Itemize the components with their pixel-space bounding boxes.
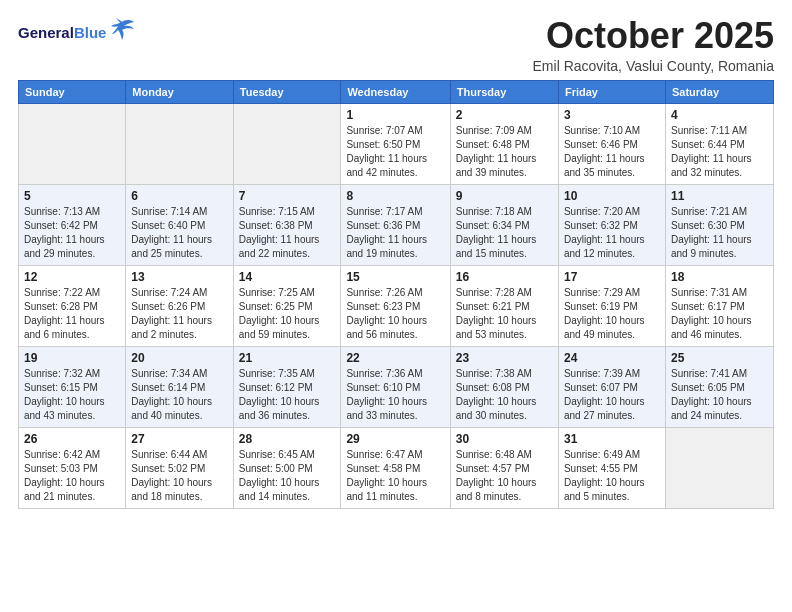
calendar-cell: 25Sunrise: 7:41 AM Sunset: 6:05 PM Dayli… — [665, 346, 773, 427]
calendar-cell: 3Sunrise: 7:10 AM Sunset: 6:46 PM Daylig… — [558, 103, 665, 184]
day-info: Sunrise: 7:31 AM Sunset: 6:17 PM Dayligh… — [671, 286, 768, 342]
day-number: 21 — [239, 351, 336, 365]
day-info: Sunrise: 6:47 AM Sunset: 4:58 PM Dayligh… — [346, 448, 444, 504]
calendar-cell: 15Sunrise: 7:26 AM Sunset: 6:23 PM Dayli… — [341, 265, 450, 346]
day-number: 16 — [456, 270, 553, 284]
day-number: 8 — [346, 189, 444, 203]
calendar-cell: 26Sunrise: 6:42 AM Sunset: 5:03 PM Dayli… — [19, 427, 126, 508]
col-monday: Monday — [126, 80, 233, 103]
day-number: 28 — [239, 432, 336, 446]
calendar-cell: 17Sunrise: 7:29 AM Sunset: 6:19 PM Dayli… — [558, 265, 665, 346]
day-info: Sunrise: 7:26 AM Sunset: 6:23 PM Dayligh… — [346, 286, 444, 342]
day-info: Sunrise: 7:17 AM Sunset: 6:36 PM Dayligh… — [346, 205, 444, 261]
calendar-cell: 5Sunrise: 7:13 AM Sunset: 6:42 PM Daylig… — [19, 184, 126, 265]
header: GeneralBlue October 2025 Emil Racovita, … — [18, 16, 774, 74]
day-number: 26 — [24, 432, 120, 446]
calendar-cell: 18Sunrise: 7:31 AM Sunset: 6:17 PM Dayli… — [665, 265, 773, 346]
calendar-cell: 8Sunrise: 7:17 AM Sunset: 6:36 PM Daylig… — [341, 184, 450, 265]
day-number: 10 — [564, 189, 660, 203]
calendar-cell — [126, 103, 233, 184]
calendar-cell: 10Sunrise: 7:20 AM Sunset: 6:32 PM Dayli… — [558, 184, 665, 265]
col-wednesday: Wednesday — [341, 80, 450, 103]
day-info: Sunrise: 7:36 AM Sunset: 6:10 PM Dayligh… — [346, 367, 444, 423]
calendar-week-row: 12Sunrise: 7:22 AM Sunset: 6:28 PM Dayli… — [19, 265, 774, 346]
day-info: Sunrise: 7:07 AM Sunset: 6:50 PM Dayligh… — [346, 124, 444, 180]
logo-text: GeneralBlue — [18, 25, 106, 42]
calendar-week-row: 26Sunrise: 6:42 AM Sunset: 5:03 PM Dayli… — [19, 427, 774, 508]
day-info: Sunrise: 7:32 AM Sunset: 6:15 PM Dayligh… — [24, 367, 120, 423]
day-number: 12 — [24, 270, 120, 284]
calendar-cell: 9Sunrise: 7:18 AM Sunset: 6:34 PM Daylig… — [450, 184, 558, 265]
calendar-cell — [19, 103, 126, 184]
calendar-week-row: 5Sunrise: 7:13 AM Sunset: 6:42 PM Daylig… — [19, 184, 774, 265]
day-info: Sunrise: 6:42 AM Sunset: 5:03 PM Dayligh… — [24, 448, 120, 504]
day-number: 17 — [564, 270, 660, 284]
calendar-cell: 1Sunrise: 7:07 AM Sunset: 6:50 PM Daylig… — [341, 103, 450, 184]
calendar-cell: 13Sunrise: 7:24 AM Sunset: 6:26 PM Dayli… — [126, 265, 233, 346]
day-number: 30 — [456, 432, 553, 446]
day-number: 4 — [671, 108, 768, 122]
day-info: Sunrise: 7:29 AM Sunset: 6:19 PM Dayligh… — [564, 286, 660, 342]
calendar-cell: 7Sunrise: 7:15 AM Sunset: 6:38 PM Daylig… — [233, 184, 341, 265]
logo-bird-icon — [108, 16, 136, 50]
day-info: Sunrise: 7:11 AM Sunset: 6:44 PM Dayligh… — [671, 124, 768, 180]
day-number: 24 — [564, 351, 660, 365]
day-info: Sunrise: 7:35 AM Sunset: 6:12 PM Dayligh… — [239, 367, 336, 423]
day-info: Sunrise: 7:20 AM Sunset: 6:32 PM Dayligh… — [564, 205, 660, 261]
day-number: 1 — [346, 108, 444, 122]
calendar-cell: 19Sunrise: 7:32 AM Sunset: 6:15 PM Dayli… — [19, 346, 126, 427]
day-number: 3 — [564, 108, 660, 122]
calendar-cell: 20Sunrise: 7:34 AM Sunset: 6:14 PM Dayli… — [126, 346, 233, 427]
day-info: Sunrise: 7:18 AM Sunset: 6:34 PM Dayligh… — [456, 205, 553, 261]
day-info: Sunrise: 6:45 AM Sunset: 5:00 PM Dayligh… — [239, 448, 336, 504]
location-subtitle: Emil Racovita, Vaslui County, Romania — [533, 58, 774, 74]
day-info: Sunrise: 7:38 AM Sunset: 6:08 PM Dayligh… — [456, 367, 553, 423]
day-number: 15 — [346, 270, 444, 284]
day-number: 23 — [456, 351, 553, 365]
day-info: Sunrise: 7:13 AM Sunset: 6:42 PM Dayligh… — [24, 205, 120, 261]
day-info: Sunrise: 7:28 AM Sunset: 6:21 PM Dayligh… — [456, 286, 553, 342]
day-info: Sunrise: 6:44 AM Sunset: 5:02 PM Dayligh… — [131, 448, 227, 504]
calendar-cell: 6Sunrise: 7:14 AM Sunset: 6:40 PM Daylig… — [126, 184, 233, 265]
calendar-cell: 24Sunrise: 7:39 AM Sunset: 6:07 PM Dayli… — [558, 346, 665, 427]
calendar-cell: 23Sunrise: 7:38 AM Sunset: 6:08 PM Dayli… — [450, 346, 558, 427]
day-info: Sunrise: 7:25 AM Sunset: 6:25 PM Dayligh… — [239, 286, 336, 342]
col-tuesday: Tuesday — [233, 80, 341, 103]
calendar-cell: 27Sunrise: 6:44 AM Sunset: 5:02 PM Dayli… — [126, 427, 233, 508]
calendar-cell: 16Sunrise: 7:28 AM Sunset: 6:21 PM Dayli… — [450, 265, 558, 346]
day-info: Sunrise: 7:22 AM Sunset: 6:28 PM Dayligh… — [24, 286, 120, 342]
day-number: 22 — [346, 351, 444, 365]
calendar-cell: 11Sunrise: 7:21 AM Sunset: 6:30 PM Dayli… — [665, 184, 773, 265]
day-info: Sunrise: 7:41 AM Sunset: 6:05 PM Dayligh… — [671, 367, 768, 423]
title-section: October 2025 Emil Racovita, Vaslui Count… — [533, 16, 774, 74]
calendar-cell: 22Sunrise: 7:36 AM Sunset: 6:10 PM Dayli… — [341, 346, 450, 427]
logo: GeneralBlue — [18, 16, 136, 50]
calendar-cell: 28Sunrise: 6:45 AM Sunset: 5:00 PM Dayli… — [233, 427, 341, 508]
calendar-table: Sunday Monday Tuesday Wednesday Thursday… — [18, 80, 774, 509]
day-number: 11 — [671, 189, 768, 203]
day-number: 14 — [239, 270, 336, 284]
day-info: Sunrise: 7:21 AM Sunset: 6:30 PM Dayligh… — [671, 205, 768, 261]
day-number: 20 — [131, 351, 227, 365]
day-number: 19 — [24, 351, 120, 365]
day-info: Sunrise: 7:10 AM Sunset: 6:46 PM Dayligh… — [564, 124, 660, 180]
col-saturday: Saturday — [665, 80, 773, 103]
col-thursday: Thursday — [450, 80, 558, 103]
calendar-cell: 29Sunrise: 6:47 AM Sunset: 4:58 PM Dayli… — [341, 427, 450, 508]
col-friday: Friday — [558, 80, 665, 103]
calendar-cell: 30Sunrise: 6:48 AM Sunset: 4:57 PM Dayli… — [450, 427, 558, 508]
day-number: 9 — [456, 189, 553, 203]
day-info: Sunrise: 7:14 AM Sunset: 6:40 PM Dayligh… — [131, 205, 227, 261]
page: GeneralBlue October 2025 Emil Racovita, … — [0, 0, 792, 612]
day-number: 31 — [564, 432, 660, 446]
day-number: 18 — [671, 270, 768, 284]
day-number: 27 — [131, 432, 227, 446]
calendar-cell: 31Sunrise: 6:49 AM Sunset: 4:55 PM Dayli… — [558, 427, 665, 508]
calendar-week-row: 19Sunrise: 7:32 AM Sunset: 6:15 PM Dayli… — [19, 346, 774, 427]
day-info: Sunrise: 7:09 AM Sunset: 6:48 PM Dayligh… — [456, 124, 553, 180]
day-info: Sunrise: 6:48 AM Sunset: 4:57 PM Dayligh… — [456, 448, 553, 504]
calendar-cell — [665, 427, 773, 508]
day-info: Sunrise: 7:15 AM Sunset: 6:38 PM Dayligh… — [239, 205, 336, 261]
month-title: October 2025 — [533, 16, 774, 56]
day-info: Sunrise: 7:39 AM Sunset: 6:07 PM Dayligh… — [564, 367, 660, 423]
